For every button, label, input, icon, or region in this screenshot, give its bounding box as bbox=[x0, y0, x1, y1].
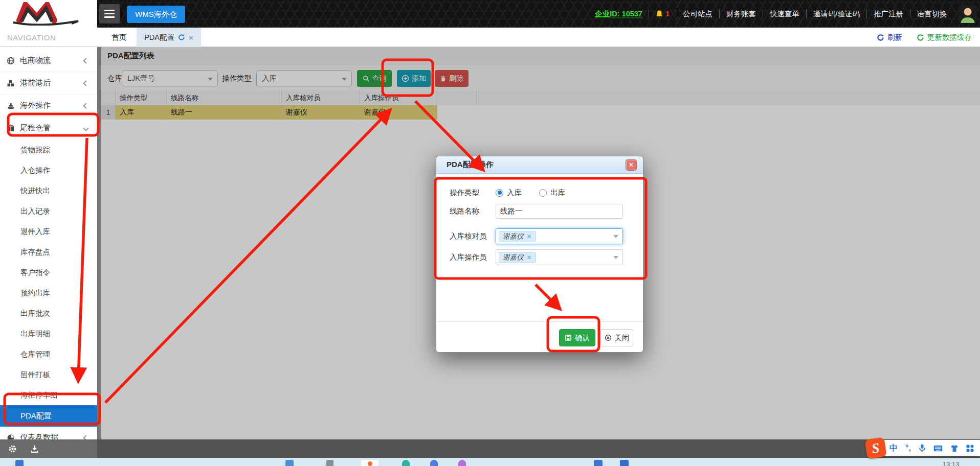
sidebar-group-label: 海外操作 bbox=[20, 101, 51, 110]
gear-icon[interactable] bbox=[8, 445, 17, 453]
radio-outbound[interactable] bbox=[539, 189, 547, 197]
menu-finance-account[interactable]: 财务账套 bbox=[720, 9, 763, 19]
taskbar-app-icon[interactable] bbox=[430, 460, 438, 466]
dialog-close-icon[interactable]: ✕ bbox=[626, 159, 637, 171]
top-bar-right: 企业ID: 10537 1 公司站点 财务账套 快速查单 邀请码/验证码 推广注… bbox=[589, 0, 977, 28]
sidebar-item-inbound-operation[interactable]: 入仓操作 bbox=[0, 160, 97, 180]
tab-pda-config-label: PDA配置 bbox=[144, 33, 174, 42]
radio-inbound[interactable] bbox=[496, 189, 503, 197]
sidebar-toggle-button[interactable] bbox=[99, 4, 120, 24]
taskbar-app-icon[interactable] bbox=[361, 460, 378, 466]
microphone-icon[interactable] bbox=[919, 444, 926, 452]
sidebar-item-in-out-records[interactable]: 出入记录 bbox=[0, 201, 97, 221]
enterprise-id-value: 10537 bbox=[622, 10, 642, 18]
enterprise-id-label: 企业ID: bbox=[595, 10, 619, 18]
pie-chart-icon bbox=[7, 434, 20, 440]
sidebar-item-pda-config[interactable]: PDA配置 bbox=[0, 405, 97, 427]
radio-outbound-label[interactable]: 出库 bbox=[550, 188, 565, 198]
sidebar-group-ecommerce-logistics[interactable]: 电商物流 bbox=[0, 50, 97, 72]
dialog-footer-divider bbox=[436, 321, 643, 322]
tab-pda-config[interactable]: PDA配置 × bbox=[137, 28, 201, 47]
tag-label: 谢嘉仪 bbox=[503, 253, 524, 262]
checker-multiselect[interactable]: 谢嘉仪 ✕ bbox=[496, 228, 623, 244]
ime-chinese-mode-icon[interactable]: 中 bbox=[889, 443, 898, 454]
taskbar-app-icon[interactable] bbox=[326, 460, 333, 466]
cubes-icon bbox=[7, 79, 20, 87]
radio-inbound-label[interactable]: 入库 bbox=[507, 188, 522, 198]
sogou-logo-icon[interactable]: S bbox=[865, 437, 887, 459]
chevron-left-icon bbox=[83, 103, 88, 108]
tab-close-icon[interactable]: × bbox=[189, 34, 193, 41]
route-name-input[interactable] bbox=[496, 204, 623, 219]
tab-home[interactable]: 首页 bbox=[106, 28, 131, 47]
sidebar-item-return-inbound[interactable]: 退件入库 bbox=[0, 221, 97, 242]
sidebar-item-stock-count[interactable]: 库存盘点 bbox=[0, 242, 97, 262]
optype-field-row: 操作类型 入库 出库 bbox=[450, 185, 633, 200]
taskbar-app-icon[interactable] bbox=[15, 460, 24, 466]
ime-buttons: 中 °, bbox=[881, 440, 980, 456]
enterprise-id[interactable]: 企业ID: 10537 bbox=[589, 9, 649, 19]
taskbar-app-icon[interactable] bbox=[594, 460, 603, 466]
page-actions: 刷新 更新数据缓存 bbox=[877, 28, 972, 47]
refresh-button[interactable]: 刷新 bbox=[877, 33, 902, 42]
ship-icon bbox=[7, 102, 20, 110]
download-icon[interactable] bbox=[30, 445, 39, 453]
box-icon bbox=[7, 124, 20, 132]
sidebar-group-dashboard-data[interactable]: 仪表盘数据 bbox=[0, 427, 97, 439]
dialog-header[interactable]: PDA配置操作 ✕ bbox=[436, 156, 643, 174]
ime-punctuation-icon[interactable]: °, bbox=[905, 444, 911, 453]
close-button[interactable]: 关闭 bbox=[600, 329, 633, 346]
route-field-label: 线路名称 bbox=[450, 206, 496, 216]
sidebar-item-warehouse-management[interactable]: 仓库管理 bbox=[0, 344, 97, 364]
sidebar-item-outbound-batch[interactable]: 出库批次 bbox=[0, 303, 97, 323]
sidebar-group-port-services[interactable]: 港前港后 bbox=[0, 72, 97, 95]
menu-quick-search[interactable]: 快速查单 bbox=[763, 9, 806, 19]
person-icon bbox=[959, 6, 976, 23]
sidebar-item-customer-instructions[interactable]: 客户指令 bbox=[0, 262, 97, 283]
globe-icon bbox=[7, 57, 20, 65]
keyboard-icon[interactable] bbox=[933, 445, 943, 452]
user-avatar[interactable] bbox=[959, 5, 977, 23]
skin-shirt-icon[interactable] bbox=[950, 445, 959, 452]
sidebar-item-retained-pallet[interactable]: 留件打板 bbox=[0, 364, 97, 385]
sidebar-item-cargo-tracking[interactable]: 货物跟踪 bbox=[0, 139, 97, 160]
sidebar-group-overseas-operations[interactable]: 海外操作 bbox=[0, 95, 97, 117]
menu-language-switch[interactable]: 语言切换 bbox=[910, 9, 953, 19]
wms-app-screen: WMS海外仓 企业ID: 10537 1 公司站点 财务账套 快速查单 邀请码/… bbox=[0, 0, 980, 466]
taskbar-app-icon[interactable] bbox=[285, 460, 294, 466]
sidebar-group-label: 港前港后 bbox=[20, 78, 51, 88]
chevron-down-icon bbox=[83, 125, 88, 131]
update-cache-button[interactable]: 更新数据缓存 bbox=[917, 33, 972, 42]
update-cache-label: 更新数据缓存 bbox=[927, 33, 972, 42]
sidebar-item-container-parking-map[interactable]: 海柜停车图 bbox=[0, 385, 97, 405]
app-tab-wms[interactable]: WMS海外仓 bbox=[127, 6, 185, 23]
desktop-taskbar: 13:13 bbox=[0, 458, 980, 466]
circle-x-icon bbox=[605, 334, 612, 341]
toolbox-grid-icon[interactable] bbox=[966, 445, 974, 452]
operator-field-label: 入库操作员 bbox=[450, 252, 496, 262]
selected-tag: 谢嘉仪 ✕ bbox=[499, 231, 536, 242]
close-button-label: 关闭 bbox=[615, 333, 630, 343]
sidebar-group-last-mile-warehouse[interactable]: 尾程仓管 bbox=[0, 117, 97, 139]
bell-icon bbox=[655, 10, 663, 18]
taskbar-app-icon[interactable] bbox=[620, 460, 629, 466]
sidebar-item-outbound-detail[interactable]: 出库明细 bbox=[0, 323, 97, 344]
sidebar-item-fast-in-out[interactable]: 快进快出 bbox=[0, 180, 97, 201]
chevron-down-icon bbox=[613, 256, 618, 259]
operator-multiselect[interactable]: 谢嘉仪 ✕ bbox=[496, 249, 623, 265]
chevron-left-icon bbox=[83, 58, 88, 63]
sidebar-item-reserved-outbound[interactable]: 预约出库 bbox=[0, 283, 97, 303]
tag-remove-icon[interactable]: ✕ bbox=[527, 233, 532, 240]
checker-field-label: 入库核对员 bbox=[450, 231, 496, 241]
menu-invite-code[interactable]: 邀请码/验证码 bbox=[807, 9, 866, 19]
tab-refresh-icon[interactable] bbox=[178, 34, 185, 41]
tag-remove-icon[interactable]: ✕ bbox=[527, 254, 532, 261]
taskbar-app-icon[interactable] bbox=[458, 460, 466, 466]
notification-bell[interactable]: 1 bbox=[649, 10, 676, 18]
menu-company-site[interactable]: 公司站点 bbox=[676, 9, 719, 19]
taskbar-app-icon[interactable] bbox=[402, 460, 410, 466]
refresh-label: 刷新 bbox=[887, 33, 902, 42]
confirm-button[interactable]: 确认 bbox=[559, 329, 595, 346]
menu-promo-register[interactable]: 推广注册 bbox=[867, 9, 910, 19]
save-icon bbox=[565, 334, 572, 341]
